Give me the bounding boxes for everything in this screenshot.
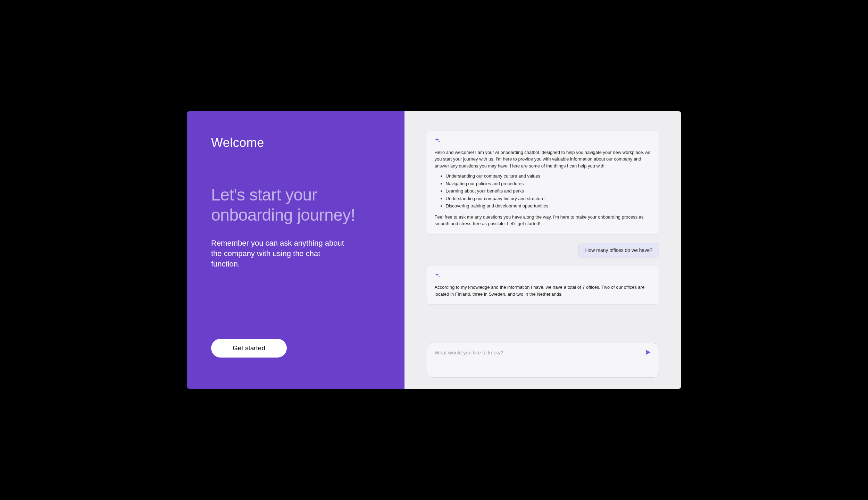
send-icon [644, 349, 651, 357]
user-message-row: How many offices do we have? [427, 243, 659, 257]
list-item: Discovering training and development opp… [446, 203, 651, 210]
device-frame: Welcome Let's start your onboarding jour… [181, 105, 687, 395]
bot-message-body: Hello and welcome! I am your AI onboardi… [435, 149, 651, 227]
cta-area: Get started [211, 339, 380, 371]
welcome-panel: Welcome Let's start your onboarding jour… [187, 111, 404, 389]
bot-message: Hello and welcome! I am your AI onboardi… [427, 131, 659, 235]
list-item: Navigating our policies and procedures [446, 180, 651, 187]
chat-panel: Hello and welcome! I am your AI onboardi… [404, 111, 681, 389]
list-item: Understanding our company culture and va… [446, 173, 651, 180]
hero-subtext: Remember you can ask anything about the … [211, 238, 350, 269]
bot-outro-text: Feel free to ask me any questions you ha… [435, 214, 651, 227]
chat-input[interactable] [427, 343, 659, 378]
bot-reply-text: According to my knowledge and the inform… [435, 284, 651, 297]
chat-scroll-area[interactable]: Hello and welcome! I am your AI onboardi… [427, 131, 659, 336]
sparkle-icon [435, 137, 651, 146]
send-button[interactable] [643, 348, 653, 358]
list-item: Understanding our company history and st… [446, 195, 651, 202]
hero-headline: Let's start your onboarding journey! [211, 185, 380, 225]
get-started-button[interactable]: Get started [211, 339, 287, 358]
welcome-label: Welcome [211, 136, 380, 150]
sparkle-icon [435, 272, 651, 281]
app-window: Welcome Let's start your onboarding jour… [187, 111, 681, 389]
user-message: How many offices do we have? [578, 243, 659, 257]
bot-bullet-list: Understanding our company culture and va… [435, 173, 651, 210]
hero-block: Let's start your onboarding journey! Rem… [211, 185, 380, 269]
bot-intro-text: Hello and welcome! I am your AI onboardi… [435, 149, 651, 170]
list-item: Learning about your benefits and perks [446, 188, 651, 195]
chat-input-area [427, 343, 659, 379]
bot-message: According to my knowledge and the inform… [427, 266, 659, 305]
bot-message-body: According to my knowledge and the inform… [435, 284, 651, 297]
